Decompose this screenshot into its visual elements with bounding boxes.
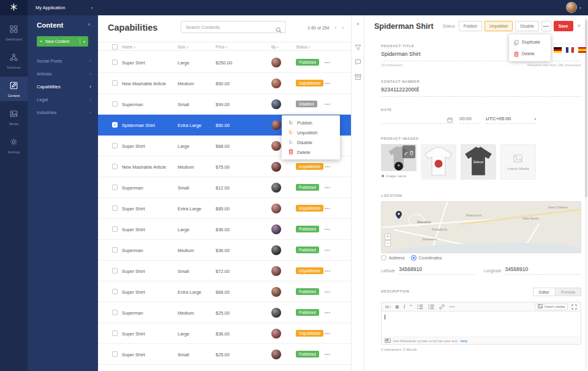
- table-row[interactable]: Superman Medium $36.00 Published •••: [98, 240, 351, 261]
- row-actions-button[interactable]: •••: [325, 206, 331, 210]
- row-checkbox[interactable]: [112, 268, 118, 273]
- timezone-select[interactable]: UTC+05:00 ▾: [486, 115, 536, 124]
- content-type-social-posts[interactable]: Social Posts ›: [28, 55, 98, 67]
- row-checkbox[interactable]: [112, 205, 118, 211]
- comments-icon[interactable]: [352, 57, 364, 68]
- add-image-button[interactable]: +: [394, 162, 403, 170]
- row-actions-button[interactable]: •••: [325, 60, 331, 64]
- table-row[interactable]: Superman Small $12.00 Published •••: [98, 177, 351, 198]
- table-row[interactable]: Super Shirt Small $25.00 Published •••: [98, 344, 351, 365]
- filter-icon[interactable]: [352, 42, 364, 53]
- row-checkbox[interactable]: [112, 289, 118, 294]
- trash-icon[interactable]: [410, 147, 413, 158]
- sidebar-item-settings[interactable]: Settings: [0, 133, 28, 158]
- product-title-input[interactable]: Spiderman Shirt: [381, 51, 581, 61]
- longitude-input[interactable]: 34568910: [505, 266, 581, 275]
- italic-button[interactable]: I: [404, 304, 405, 310]
- user-avatar[interactable]: [566, 2, 577, 13]
- content-type-capabilities[interactable]: Capabilities ›: [28, 80, 98, 93]
- help-link[interactable]: Help: [460, 339, 467, 343]
- row-checkbox[interactable]: [112, 164, 118, 169]
- content-type-legal[interactable]: Legal ›: [28, 93, 98, 105]
- link-button[interactable]: [439, 304, 445, 310]
- row-actions-button[interactable]: •••: [325, 289, 331, 294]
- row-actions-button[interactable]: •••: [325, 248, 331, 252]
- more-actions-button[interactable]: •••: [541, 21, 551, 31]
- table-row[interactable]: Super Shirt Small $72.00 Unpublished •••: [98, 261, 351, 281]
- row-checkbox[interactable]: [112, 310, 118, 315]
- save-button[interactable]: Save: [554, 21, 573, 31]
- row-actions-button[interactable]: •••: [325, 81, 331, 85]
- row-actions-button[interactable]: •••: [325, 102, 331, 106]
- product-image-3[interactable]: Sidecar: [461, 144, 496, 180]
- table-row[interactable]: Super Shirt Large $36.00 Unpublished •••: [98, 323, 351, 344]
- new-content-button[interactable]: + New Content ▾: [37, 36, 88, 47]
- map-pin-icon[interactable]: [396, 210, 402, 221]
- content-type-industries[interactable]: Industries ›: [28, 106, 98, 118]
- table-row[interactable]: Super Shirt Large $250.00 Published •••: [98, 52, 351, 73]
- row-checkbox[interactable]: [112, 143, 118, 148]
- table-row[interactable]: Super Shirt Large $36.00 Published •••: [98, 219, 351, 240]
- caret-down-icon[interactable]: ▾: [80, 40, 88, 44]
- quote-button[interactable]: “: [410, 305, 412, 308]
- close-icon[interactable]: ×: [578, 23, 581, 29]
- bold-button[interactable]: B: [396, 304, 399, 310]
- menu-item-disable[interactable]: ↻ Disable: [282, 137, 340, 147]
- row-actions-button[interactable]: •••: [325, 164, 331, 169]
- flag-de-icon[interactable]: [554, 44, 562, 50]
- close-icon[interactable]: ×: [88, 21, 91, 28]
- date-input[interactable]: [381, 115, 454, 124]
- row-actions-button[interactable]: •••: [325, 352, 331, 356]
- row-checkbox[interactable]: [112, 185, 118, 190]
- disable-button[interactable]: Disable: [515, 21, 539, 31]
- menu-item-unpublish[interactable]: ↻ Unpublish: [282, 128, 340, 137]
- row-actions-button[interactable]: •••: [325, 227, 331, 231]
- content-type-articles[interactable]: Articles ›: [28, 67, 98, 80]
- more-formatting-button[interactable]: •••: [450, 305, 455, 308]
- coordinates-radio-option[interactable]: Coordinates: [411, 255, 442, 261]
- table-row[interactable]: Superman Medium $25.00 Published •••: [98, 302, 351, 323]
- bullet-list-button[interactable]: [417, 304, 423, 310]
- row-actions-button[interactable]: •••: [325, 310, 331, 315]
- menu-item-delete[interactable]: Delete: [509, 48, 551, 59]
- flag-es-icon[interactable]: [578, 44, 586, 50]
- product-image-1[interactable]: + Image name: [381, 144, 417, 180]
- tab-preview[interactable]: Preview: [556, 288, 581, 296]
- pencil-icon[interactable]: [404, 147, 408, 158]
- app-logo[interactable]: [0, 0, 28, 15]
- close-icon[interactable]: ×: [352, 21, 364, 27]
- heading-button[interactable]: H▾: [385, 304, 391, 310]
- row-checkbox[interactable]: [112, 80, 118, 86]
- row-checkbox[interactable]: [112, 226, 118, 232]
- row-actions-button[interactable]: •••: [325, 185, 331, 189]
- description-textarea[interactable]: [382, 312, 581, 337]
- flag-fr-icon[interactable]: [566, 44, 574, 50]
- sidebar-item-content[interactable]: Content: [0, 77, 28, 101]
- map[interactable]: Houston Pasadena Galveston Beaumont New …: [381, 201, 581, 253]
- menu-item-delete[interactable]: Delete: [282, 147, 340, 157]
- row-checkbox[interactable]: [112, 247, 118, 253]
- row-checkbox[interactable]: [112, 101, 118, 107]
- import-media-button[interactable]: Import Media: [500, 144, 536, 180]
- insert-media-button[interactable]: Insert media: [535, 304, 568, 310]
- menu-item-publish[interactable]: ↻ Publish: [282, 118, 340, 128]
- ordered-list-button[interactable]: [428, 304, 434, 310]
- latitude-input[interactable]: 34568910: [399, 266, 475, 275]
- app-selector[interactable]: My Application ▾: [36, 0, 92, 15]
- product-image-2[interactable]: [421, 144, 456, 180]
- row-checkbox[interactable]: [112, 351, 118, 357]
- zoom-out-button[interactable]: −: [385, 240, 391, 247]
- unpublish-button[interactable]: Unpublish: [484, 21, 513, 31]
- table-row[interactable]: New Mashable Article Medium $75.00 Unpub…: [98, 156, 351, 177]
- user-menu-caret-icon[interactable]: ▾: [579, 6, 581, 10]
- row-checkbox[interactable]: ✓: [112, 122, 118, 128]
- table-row[interactable]: Super Shirt Extra Large $88.00 Published…: [98, 281, 351, 302]
- contact-number-input[interactable]: 923411222000: [381, 86, 581, 97]
- address-radio-option[interactable]: Address: [381, 255, 405, 261]
- fullscreen-icon[interactable]: [571, 304, 577, 310]
- table-row[interactable]: Super Shirt Extra Large $85.00 Unpublish…: [98, 198, 351, 219]
- sidebar-item-schemes[interactable]: Schemes: [0, 48, 28, 73]
- row-actions-button[interactable]: •••: [325, 331, 331, 335]
- table-row[interactable]: Superman Small $99.00 Disabled •••: [98, 94, 351, 115]
- sidebar-item-dashboard[interactable]: Dashboard: [0, 20, 28, 45]
